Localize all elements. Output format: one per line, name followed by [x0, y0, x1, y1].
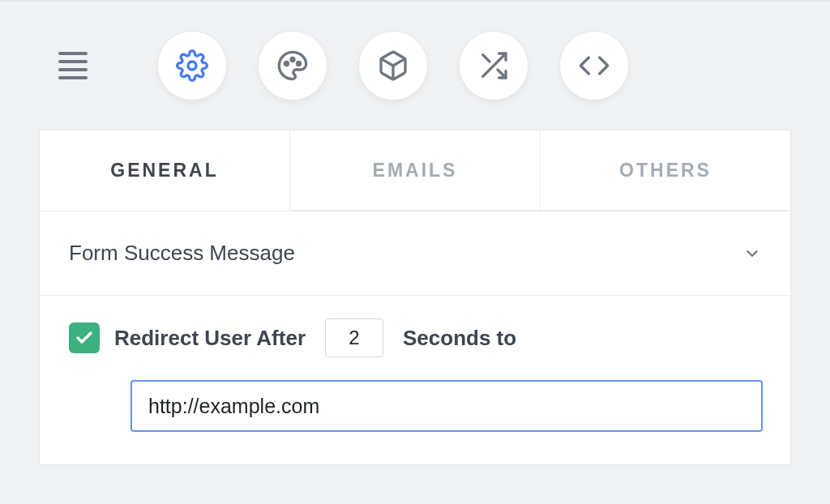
redirect-row: Redirect User After Seconds to: [69, 318, 761, 357]
top-toolbar: [0, 2, 830, 130]
menu-icon[interactable]: [58, 52, 88, 79]
tab-emails[interactable]: EMAILS: [290, 130, 541, 211]
redirect-checkbox[interactable]: [69, 322, 100, 353]
svg-point-1: [285, 62, 289, 66]
redirect-label-after: Seconds to: [403, 326, 516, 351]
tab-bar: GENERAL EMAILS OTHERS: [40, 130, 790, 211]
svg-line-7: [483, 55, 490, 62]
redirect-seconds-input[interactable]: [325, 318, 383, 357]
redirect-label-before: Redirect User After: [114, 326, 306, 351]
code-icon: [578, 49, 610, 82]
chevron-down-icon: [743, 245, 761, 263]
settings-panel: GENERAL EMAILS OTHERS Form Success Messa…: [39, 130, 791, 465]
cube-icon: [377, 49, 409, 82]
redirect-url-input[interactable]: [130, 380, 763, 432]
check-icon: [75, 328, 94, 348]
shuffle-button[interactable]: [459, 31, 528, 100]
settings-button[interactable]: [157, 31, 227, 100]
appearance-button[interactable]: [258, 31, 327, 100]
svg-point-0: [188, 62, 196, 70]
section-title: Form Success Message: [69, 241, 295, 266]
section-body: Redirect User After Seconds to: [40, 296, 790, 464]
code-button[interactable]: [559, 31, 629, 100]
tab-general[interactable]: GENERAL: [40, 130, 290, 211]
svg-point-2: [291, 58, 294, 62]
palette-icon: [276, 49, 309, 82]
tab-others[interactable]: OTHERS: [541, 130, 790, 211]
section-toggle-form-success[interactable]: Form Success Message: [40, 211, 790, 296]
shuffle-icon: [477, 49, 510, 82]
gear-icon: [176, 49, 208, 82]
integrations-button[interactable]: [358, 31, 428, 100]
svg-point-3: [297, 62, 301, 66]
